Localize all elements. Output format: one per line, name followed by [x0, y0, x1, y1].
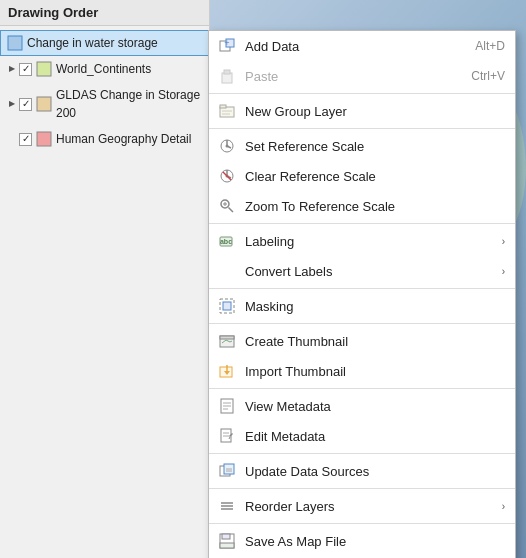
checkbox-gldas[interactable] [19, 98, 32, 111]
add-data-shortcut: Alt+D [475, 39, 505, 53]
group-layer-icon [217, 101, 237, 121]
paste-icon [217, 66, 237, 86]
add-data-label: Add Data [245, 39, 455, 54]
menu-item-edit-metadata[interactable]: Edit Metadata [209, 421, 515, 451]
zoom-ref-scale-label: Zoom To Reference Scale [245, 199, 505, 214]
clear-ref-scale-icon [217, 166, 237, 186]
separator-6 [209, 388, 515, 389]
context-menu: + Add Data Alt+D Paste Ctrl+V New Group … [208, 30, 516, 558]
update-data-sources-label: Update Data Sources [245, 464, 505, 479]
convert-labels-arrow: › [502, 266, 505, 277]
view-metadata-icon [217, 396, 237, 416]
expand-arrow-gldas[interactable]: ▶ [7, 99, 17, 109]
checkbox-world[interactable] [19, 63, 32, 76]
expand-arrow-world[interactable]: ▶ [7, 64, 17, 74]
menu-item-update-data-sources[interactable]: Update Data Sources [209, 456, 515, 486]
svg-rect-10 [220, 105, 226, 108]
menu-item-import-thumbnail[interactable]: Import Thumbnail [209, 356, 515, 386]
layer-item-world-continents[interactable]: ▶ World_Continents [0, 56, 209, 82]
menu-item-new-group-layer[interactable]: New Group Layer [209, 96, 515, 126]
menu-item-reorder-layers[interactable]: Reorder Layers › [209, 491, 515, 521]
masking-label: Masking [245, 299, 505, 314]
labeling-icon: abc [217, 231, 237, 251]
layer-item-change-water[interactable]: Change in water storage [0, 30, 209, 56]
add-data-icon: + [217, 36, 237, 56]
layer-icon-world [36, 61, 52, 77]
svg-rect-3 [37, 132, 51, 146]
labeling-arrow: › [502, 236, 505, 247]
menu-item-clear-ref-scale[interactable]: Clear Reference Scale [209, 161, 515, 191]
edit-metadata-icon [217, 426, 237, 446]
edit-metadata-label: Edit Metadata [245, 429, 505, 444]
paste-shortcut: Ctrl+V [471, 69, 505, 83]
menu-item-convert-labels[interactable]: Convert Labels › [209, 256, 515, 286]
view-metadata-label: View Metadata [245, 399, 505, 414]
import-thumbnail-icon [217, 361, 237, 381]
menu-item-paste: Paste Ctrl+V [209, 61, 515, 91]
reorder-layers-arrow: › [502, 501, 505, 512]
set-ref-scale-icon [217, 136, 237, 156]
layer-label-change-water: Change in water storage [27, 34, 158, 52]
menu-item-set-ref-scale[interactable]: Set Reference Scale [209, 131, 515, 161]
menu-item-view-metadata[interactable]: View Metadata [209, 391, 515, 421]
svg-rect-0 [8, 36, 22, 50]
svg-point-16 [226, 145, 229, 148]
svg-rect-31 [220, 336, 234, 339]
separator-9 [209, 523, 515, 524]
svg-rect-29 [223, 302, 231, 310]
paste-label: Paste [245, 69, 451, 84]
svg-text:+: + [224, 38, 229, 48]
separator-3 [209, 223, 515, 224]
separator-5 [209, 323, 515, 324]
reorder-layers-label: Reorder Layers [245, 499, 494, 514]
menu-item-labeling[interactable]: abc Labeling › [209, 226, 515, 256]
checkbox-human[interactable] [19, 133, 32, 146]
layer-icon-gldas [36, 96, 52, 112]
layer-icon-water [7, 35, 23, 51]
masking-icon [217, 296, 237, 316]
zoom-ref-scale-icon [217, 196, 237, 216]
panel-title: Drawing Order [0, 0, 209, 26]
layer-icon-human [36, 131, 52, 147]
menu-item-create-thumbnail[interactable]: Create Thumbnail [209, 326, 515, 356]
convert-labels-label: Convert Labels [245, 264, 494, 279]
set-ref-scale-label: Set Reference Scale [245, 139, 505, 154]
layer-item-human-geography[interactable]: Human Geography Detail [0, 126, 209, 152]
clear-ref-scale-label: Clear Reference Scale [245, 169, 505, 184]
svg-rect-55 [222, 534, 230, 539]
menu-item-add-data[interactable]: + Add Data Alt+D [209, 31, 515, 61]
svg-rect-1 [37, 62, 51, 76]
layer-label-world: World_Continents [56, 60, 151, 78]
separator-4 [209, 288, 515, 289]
separator-2 [209, 128, 515, 129]
svg-text:abc: abc [220, 238, 232, 245]
import-thumbnail-label: Import Thumbnail [245, 364, 505, 379]
svg-rect-8 [224, 70, 230, 74]
drawing-order-panel: Drawing Order Change in water storage ▶ … [0, 0, 210, 558]
menu-item-masking[interactable]: Masking [209, 291, 515, 321]
menu-item-save-map-file[interactable]: Save As Map File [209, 526, 515, 556]
convert-labels-icon [217, 261, 237, 281]
reorder-layers-icon [217, 496, 237, 516]
layer-label-gldas: GLDAS Change in Storage 200 [56, 86, 202, 122]
separator-1 [209, 93, 515, 94]
save-map-file-label: Save As Map File [245, 534, 505, 549]
layer-label-human: Human Geography Detail [56, 130, 191, 148]
svg-rect-2 [37, 97, 51, 111]
layer-item-gldas[interactable]: ▶ GLDAS Change in Storage 200 [0, 82, 209, 126]
menu-item-zoom-ref-scale[interactable]: Zoom To Reference Scale [209, 191, 515, 221]
separator-8 [209, 488, 515, 489]
update-data-sources-icon [217, 461, 237, 481]
new-group-layer-label: New Group Layer [245, 104, 505, 119]
labeling-label: Labeling [245, 234, 494, 249]
layer-list: Change in water storage ▶ World_Continen… [0, 26, 209, 156]
create-thumbnail-label: Create Thumbnail [245, 334, 505, 349]
separator-7 [209, 453, 515, 454]
svg-rect-56 [220, 543, 234, 548]
create-thumbnail-icon [217, 331, 237, 351]
save-map-file-icon [217, 531, 237, 551]
svg-line-23 [229, 208, 234, 213]
